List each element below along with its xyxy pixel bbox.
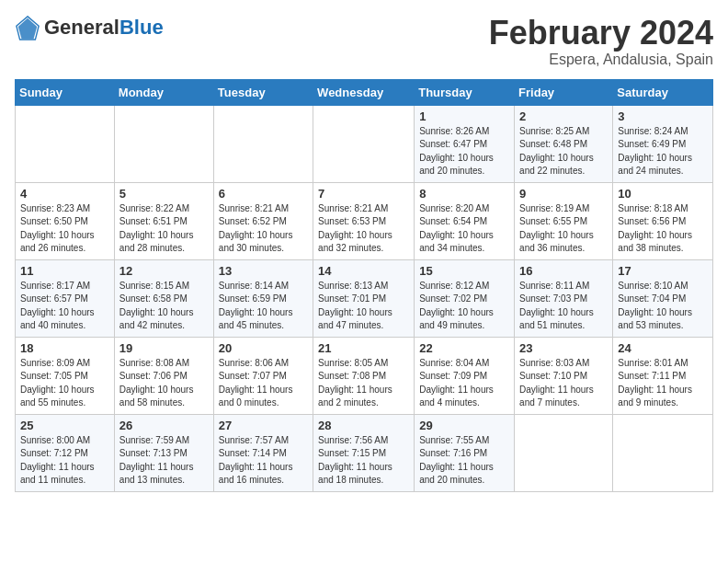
week-row-2: 4Sunrise: 8:23 AM Sunset: 6:50 PM Daylig… [16,182,713,259]
calendar-cell: 11Sunrise: 8:17 AM Sunset: 6:57 PM Dayli… [16,259,115,337]
calendar-cell: 29Sunrise: 7:55 AM Sunset: 7:16 PM Dayli… [415,414,515,491]
calendar-cell: 7Sunrise: 8:21 AM Sunset: 6:53 PM Daylig… [313,182,415,259]
day-info: Sunrise: 8:25 AM Sunset: 6:48 PM Dayligh… [519,125,608,178]
calendar-cell: 25Sunrise: 8:00 AM Sunset: 7:12 PM Dayli… [16,414,115,491]
col-header-thursday: Thursday [415,79,515,105]
calendar-cell: 12Sunrise: 8:15 AM Sunset: 6:58 PM Dayli… [114,259,213,337]
calendar-cell: 17Sunrise: 8:10 AM Sunset: 7:04 PM Dayli… [613,259,713,337]
calendar-cell [313,105,415,182]
calendar-table: SundayMondayTuesdayWednesdayThursdayFrid… [15,79,713,492]
month-year-title: February 2024 [489,15,713,52]
calendar-cell: 26Sunrise: 7:59 AM Sunset: 7:13 PM Dayli… [114,414,213,491]
day-number: 21 [318,341,409,355]
calendar-cell: 28Sunrise: 7:56 AM Sunset: 7:15 PM Dayli… [313,414,415,491]
calendar-cell: 21Sunrise: 8:05 AM Sunset: 7:08 PM Dayli… [313,337,415,414]
day-number: 12 [119,264,209,278]
day-number: 24 [618,341,708,355]
calendar-cell: 24Sunrise: 8:01 AM Sunset: 7:11 PM Dayli… [613,337,713,414]
calendar-cell [515,414,613,491]
location-subtitle: Espera, Andalusia, Spain [489,52,713,68]
day-number: 25 [20,419,109,432]
col-header-saturday: Saturday [613,79,713,105]
day-info: Sunrise: 8:12 AM Sunset: 7:02 PM Dayligh… [419,280,509,333]
calendar-cell: 19Sunrise: 8:08 AM Sunset: 7:06 PM Dayli… [114,337,213,414]
calendar-cell: 16Sunrise: 8:11 AM Sunset: 7:03 PM Dayli… [515,259,613,337]
calendar-cell: 5Sunrise: 8:22 AM Sunset: 6:51 PM Daylig… [114,182,213,259]
logo: GeneralBlue [15,15,164,40]
calendar-cell: 9Sunrise: 8:19 AM Sunset: 6:55 PM Daylig… [515,182,613,259]
day-info: Sunrise: 8:22 AM Sunset: 6:51 PM Dayligh… [119,202,209,256]
calendar-cell: 18Sunrise: 8:09 AM Sunset: 7:05 PM Dayli… [16,337,115,414]
calendar-cell: 15Sunrise: 8:12 AM Sunset: 7:02 PM Dayli… [415,259,515,337]
col-header-monday: Monday [114,79,213,105]
day-info: Sunrise: 8:20 AM Sunset: 6:54 PM Dayligh… [419,202,509,256]
week-row-1: 1Sunrise: 8:26 AM Sunset: 6:47 PM Daylig… [16,105,713,182]
day-info: Sunrise: 8:21 AM Sunset: 6:52 PM Dayligh… [219,202,308,256]
day-number: 17 [618,264,708,278]
header: GeneralBlue February 2024 Espera, Andalu… [15,15,713,68]
calendar-cell [114,105,213,182]
header-row: SundayMondayTuesdayWednesdayThursdayFrid… [16,79,713,105]
calendar-cell: 10Sunrise: 8:18 AM Sunset: 6:56 PM Dayli… [613,182,713,259]
day-number: 1 [419,109,509,123]
day-info: Sunrise: 8:18 AM Sunset: 6:56 PM Dayligh… [618,202,708,256]
col-header-sunday: Sunday [16,79,115,105]
calendar-cell: 23Sunrise: 8:03 AM Sunset: 7:10 PM Dayli… [515,337,613,414]
day-info: Sunrise: 7:55 AM Sunset: 7:16 PM Dayligh… [419,434,509,488]
col-header-wednesday: Wednesday [313,79,415,105]
day-number: 15 [419,264,509,278]
calendar-cell [16,105,115,182]
day-number: 6 [219,187,308,201]
day-number: 26 [119,419,209,432]
day-info: Sunrise: 8:17 AM Sunset: 6:57 PM Dayligh… [20,280,109,333]
day-number: 7 [318,187,409,201]
day-info: Sunrise: 8:21 AM Sunset: 6:53 PM Dayligh… [318,202,409,256]
logo-blue: Blue [119,16,164,39]
calendar-cell: 2Sunrise: 8:25 AM Sunset: 6:48 PM Daylig… [515,105,613,182]
day-number: 4 [20,187,109,201]
logo-general: General [44,16,119,39]
day-number: 28 [318,419,409,432]
day-number: 8 [419,187,509,201]
day-number: 27 [219,419,308,432]
day-number: 18 [20,341,109,355]
calendar-cell [613,414,713,491]
day-number: 19 [119,341,209,355]
day-info: Sunrise: 8:05 AM Sunset: 7:08 PM Dayligh… [318,357,409,410]
calendar-cell: 1Sunrise: 8:26 AM Sunset: 6:47 PM Daylig… [415,105,515,182]
day-info: Sunrise: 8:08 AM Sunset: 7:06 PM Dayligh… [119,357,209,410]
day-number: 9 [519,187,608,201]
calendar-cell: 6Sunrise: 8:21 AM Sunset: 6:52 PM Daylig… [213,182,313,259]
day-info: Sunrise: 8:23 AM Sunset: 6:50 PM Dayligh… [20,202,109,256]
calendar-cell: 4Sunrise: 8:23 AM Sunset: 6:50 PM Daylig… [16,182,115,259]
col-header-tuesday: Tuesday [213,79,313,105]
day-info: Sunrise: 8:24 AM Sunset: 6:49 PM Dayligh… [618,125,708,178]
day-number: 13 [219,264,308,278]
calendar-cell: 8Sunrise: 8:20 AM Sunset: 6:54 PM Daylig… [415,182,515,259]
day-info: Sunrise: 7:59 AM Sunset: 7:13 PM Dayligh… [119,434,209,488]
day-info: Sunrise: 8:06 AM Sunset: 7:07 PM Dayligh… [219,357,308,410]
day-info: Sunrise: 8:03 AM Sunset: 7:10 PM Dayligh… [519,357,608,410]
week-row-5: 25Sunrise: 8:00 AM Sunset: 7:12 PM Dayli… [16,414,713,491]
day-number: 10 [618,187,708,201]
col-header-friday: Friday [515,79,613,105]
logo-text: GeneralBlue [44,16,164,40]
day-number: 23 [519,341,608,355]
day-number: 16 [519,264,608,278]
calendar-cell: 20Sunrise: 8:06 AM Sunset: 7:07 PM Dayli… [213,337,313,414]
day-info: Sunrise: 8:09 AM Sunset: 7:05 PM Dayligh… [20,357,109,410]
title-area: February 2024 Espera, Andalusia, Spain [489,15,713,68]
day-info: Sunrise: 8:19 AM Sunset: 6:55 PM Dayligh… [519,202,608,256]
day-number: 2 [519,109,608,123]
logo-icon [15,15,40,40]
day-number: 22 [419,341,509,355]
week-row-3: 11Sunrise: 8:17 AM Sunset: 6:57 PM Dayli… [16,259,713,337]
day-number: 29 [419,419,509,432]
calendar-cell [213,105,313,182]
calendar-cell: 3Sunrise: 8:24 AM Sunset: 6:49 PM Daylig… [613,105,713,182]
day-info: Sunrise: 8:15 AM Sunset: 6:58 PM Dayligh… [119,280,209,333]
day-info: Sunrise: 8:04 AM Sunset: 7:09 PM Dayligh… [419,357,509,410]
day-info: Sunrise: 8:14 AM Sunset: 6:59 PM Dayligh… [219,280,308,333]
calendar-cell: 27Sunrise: 7:57 AM Sunset: 7:14 PM Dayli… [213,414,313,491]
day-info: Sunrise: 8:26 AM Sunset: 6:47 PM Dayligh… [419,125,509,178]
